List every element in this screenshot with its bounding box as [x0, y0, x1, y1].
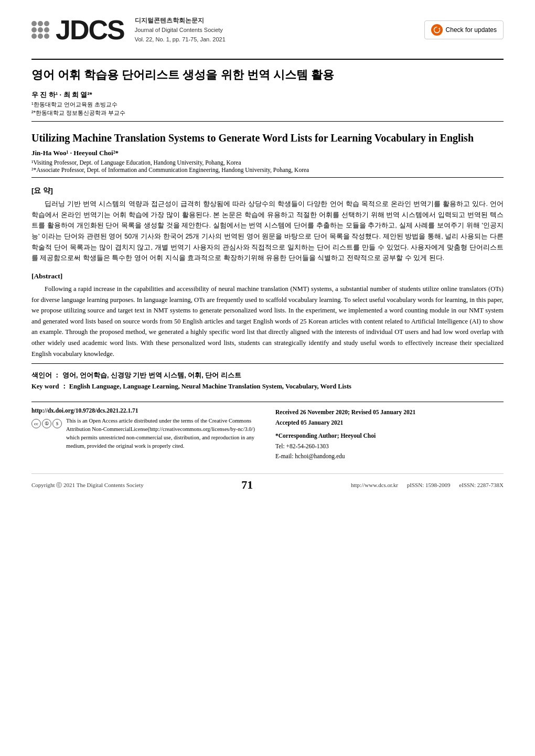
keywords-kr-values: 영어, 언어학습, 신경망 기반 번역 시스템, 어휘, 단어 리스트 [62, 372, 241, 379]
email: E-mail: hchoi@handong.edu [275, 451, 504, 462]
logo-text: JDCS [56, 16, 124, 44]
footer: http://dx.doi.org/10.9728/dcs.2021.22.1.… [31, 402, 504, 462]
tel: Tel: +82-54-260-1303 [275, 441, 504, 452]
affiliation2-kr: ²*한동대학교 정보통신공학과 부교수 [31, 109, 504, 117]
website: http://www.dcs.or.kr [351, 482, 398, 488]
bottom-bar: Copyright ⓒ 2021 The Digital Contents So… [31, 473, 504, 492]
eissn: eISSN: 2287-738X [459, 482, 504, 488]
abstract-english-section: [Abstract] Following a rapid increase in… [31, 272, 504, 359]
by-icon: ① [42, 419, 51, 428]
abstract-en-body: Following a rapid increase in the capabi… [31, 284, 504, 359]
corresponding-author: *Corresponding Author; Heeyoul Choi [275, 433, 376, 439]
authors-kr-text: 우 진 하¹ · 최 희 열²* [31, 91, 92, 99]
authors-korean: 우 진 하¹ · 최 희 열²* [31, 91, 504, 100]
footer-left: http://dx.doi.org/10.9728/dcs.2021.22.1.… [31, 407, 260, 450]
abstract-kr-body: 딥러닝 기반 번역 시스템의 역량과 접근성이 급격히 향상됨에 따라 상당수의… [31, 199, 504, 264]
affiliation1-kr: ¹한동대학교 언어교육원 초빙교수 [31, 101, 504, 109]
revised-text: Revised 05 January 2021 [351, 409, 415, 415]
logo-dot [44, 27, 49, 33]
affiliation1-en: ¹Visiting Professor, Dept. of Language E… [31, 159, 504, 166]
authors-en-text: Jin-Ha Woo¹ · Heeyoul Choi²* [31, 149, 119, 157]
keywords-divider [31, 363, 504, 364]
pissn: pISSN: 1598-2009 [407, 482, 451, 488]
received-revised: Received 26 November 2020; Revised 05 Ja… [275, 407, 504, 418]
copyright: Copyright ⓒ 2021 The Digital Contents So… [31, 481, 144, 489]
journal-name-kr: 디지털콘텐츠학회논문지 [135, 16, 226, 26]
doi-link[interactable]: http://dx.doi.org/10.9728/dcs.2021.22.1.… [31, 407, 260, 414]
keywords-korean: 색인어 ： 영어, 언어학습, 신경망 기반 번역 시스템, 어휘, 단어 리스… [31, 371, 504, 380]
cc-license: cc ① $ This is an Open Access article di… [31, 417, 260, 450]
abstract-korean-section: [요 약] 딥러닝 기반 번역 시스템의 역량과 접근성이 급격히 향상됨에 따… [31, 186, 504, 264]
abstract-en-title: [Abstract] [31, 272, 504, 280]
check-updates-label: Check for updates [446, 26, 497, 34]
korean-title: 영어 어휘 학습용 단어리스트 생성을 위한 번역 시스템 활용 [31, 67, 504, 83]
page-number: 71 [241, 478, 253, 492]
volume-info: Vol. 22, No. 1, pp. 71-75, Jan. 2021 [135, 35, 226, 45]
logo-dot [38, 27, 43, 33]
header-divider [31, 59, 504, 60]
logo-dot [31, 27, 37, 33]
logo-dot [44, 21, 49, 26]
abstract-divider [31, 177, 504, 178]
keywords-english: Key word ： English Language, Language Le… [31, 382, 504, 391]
logo-dots [31, 21, 49, 39]
license-text: This is an Open Access article distribut… [66, 417, 260, 450]
cc-icons: cc ① $ [31, 419, 62, 428]
doi-text: http://dx.doi.org/10.9728/dcs.2021.22.1.… [31, 407, 138, 414]
logo-dot [31, 21, 37, 26]
logo-dot [44, 34, 49, 39]
authors-english: Jin-Ha Woo¹ · Heeyoul Choi²* [31, 149, 504, 157]
check-updates-button[interactable]: Check for updates [424, 20, 504, 39]
logo-dot [31, 34, 37, 39]
keywords-kr-label: 색인어 ： [31, 372, 60, 379]
abstract-kr-title: [요 약] [31, 186, 504, 196]
english-title: Utilizing Machine Translation Systems to… [31, 131, 504, 145]
footer-right: Received 26 November 2020; Revised 05 Ja… [275, 407, 504, 462]
keywords-en-values: English Language, Language Learning, Neu… [69, 383, 351, 390]
cc-icon: cc [31, 419, 41, 428]
page-header: JDCS 디지털콘텐츠학회논문지 Journal of Digital Cont… [31, 16, 504, 49]
footer-right-info: Received 26 November 2020; Revised 05 Ja… [275, 407, 504, 462]
logo-dot [38, 34, 43, 39]
received-text: Received 26 November 2020; [275, 409, 350, 415]
section-divider [31, 121, 504, 122]
check-updates-icon [431, 24, 443, 36]
logo-dot [38, 21, 43, 26]
journal-info: 디지털콘텐츠학회논문지 Journal of Digital Contents … [135, 16, 226, 44]
accepted-text: Accepted 05 January 2021 [275, 419, 343, 426]
nc-icon: $ [52, 419, 62, 428]
affiliation2-en: ²*Associate Professor, Dept. of Informat… [31, 167, 504, 173]
journal-logo: JDCS [31, 16, 124, 44]
keywords-en-label: Key word ： [31, 383, 68, 390]
bottom-right-info: http://www.dcs.or.kr pISSN: 1598-2009 eI… [351, 482, 504, 488]
journal-name-en: Journal of Digital Contents Society [135, 26, 226, 35]
